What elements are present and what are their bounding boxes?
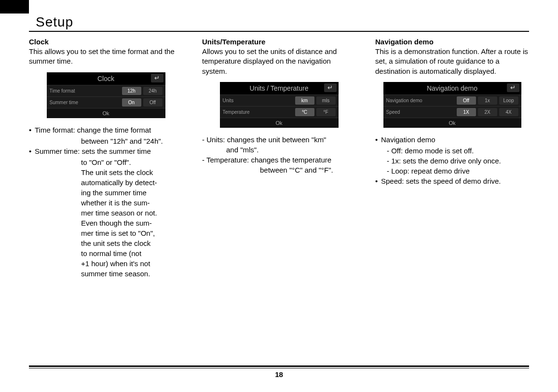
ss-opt-4x[interactable]: 4X [499, 108, 518, 116]
ss-row-nav-demo: Navigation demo Off 1x Loop [383, 95, 521, 106]
back-icon[interactable]: ↵ [507, 83, 519, 92]
col-nav-demo: Navigation demo This is a demonstration … [375, 38, 529, 279]
st-line: Even though the sum- [29, 218, 183, 228]
heading-nav-demo: Navigation demo [375, 38, 529, 46]
ss-opt-on[interactable]: On [122, 98, 141, 107]
back-icon[interactable]: ↵ [324, 83, 337, 92]
footer-rule-thick [29, 365, 529, 367]
ss-title: Clock [97, 75, 114, 82]
content-columns: Clock This allows you to set the time fo… [29, 38, 529, 279]
desc-clock: This allows you to set the time format a… [29, 47, 183, 67]
sub-loop: - Loop: repeat demo drive [375, 166, 529, 176]
heading-clock: Clock [29, 38, 183, 46]
dash-temp-cont: between "°C" and "°F". [202, 165, 356, 175]
ss-row-speed: Speed 1X 2X 4X [383, 106, 521, 118]
ss-opt-24h[interactable]: 24h [143, 87, 163, 95]
dash-temp: - Temperature: changes the temperature [202, 155, 356, 165]
sub-off: - Off: demo mode is set off. [375, 146, 529, 156]
bullet-nav-demo: Navigation demo [375, 135, 529, 145]
ss-opt-off[interactable]: Off [457, 96, 476, 105]
ss-opt-2x[interactable]: 2X [478, 108, 497, 116]
ss-opt-12h[interactable]: 12h [122, 87, 141, 95]
st-line: whether it is the sum- [29, 198, 183, 208]
bullet-speed: Speed: sets the speed of demo drive. [375, 176, 529, 186]
ss-opt-c[interactable]: °C [295, 108, 314, 116]
desc-units: Allows you to set the units of distance … [202, 47, 356, 76]
col-units: Units/Temperature Allows you to set the … [202, 38, 356, 279]
st-line: to normal time (not [29, 248, 183, 258]
dash-units: - Units: changes the unit between "km" [202, 135, 356, 145]
ss-ok-button[interactable]: Ok [220, 118, 339, 128]
bullets-clock: Time format: change the time format betw… [29, 125, 183, 279]
desc-nav-demo: This is a demonstration function. After … [375, 47, 529, 76]
bullets-nav-demo: Navigation demo - Off: demo mode is set … [375, 135, 529, 186]
col-clock: Clock This allows you to set the time fo… [29, 38, 183, 279]
screenshot-units: Units / Temperature ↵ Units km mls Tempe… [219, 81, 340, 129]
screenshot-clock: Clock ↵ Time format 12h 24h Summer time … [46, 71, 166, 119]
ss-ok-button[interactable]: Ok [383, 118, 521, 128]
bullet-summer-time: Summer time: sets the summer time [29, 146, 183, 156]
ss-title: Units / Temperature [250, 84, 309, 92]
ss-label: Temperature [223, 109, 293, 115]
ss-opt-km[interactable]: km [295, 96, 314, 105]
st-line: automatically by detect- [29, 177, 183, 188]
ss-row-time-format: Time format 12h 24h [47, 85, 165, 96]
bullet-time-format-cont: between "12h" and "24h". [29, 136, 183, 146]
st-line: the unit sets the clock [29, 238, 183, 248]
bullet-time-format: Time format: change the time format [29, 125, 183, 135]
dash-units-cont: and "mls". [202, 145, 356, 155]
st-line: to "On" or "Off". [29, 157, 183, 167]
ss-header: Clock ↵ [47, 72, 165, 85]
sub-1x: - 1x: sets the demo drive only once. [375, 156, 529, 166]
ss-label: Units [223, 98, 293, 103]
st-line: summer time season. [29, 269, 183, 279]
page-tab [0, 0, 29, 14]
ss-header: Navigation demo ↵ [383, 82, 521, 95]
ss-label: Summer time [50, 100, 120, 105]
ss-opt-1x[interactable]: 1x [478, 96, 497, 105]
ss-row-temp: Temperature °C °F [220, 106, 339, 118]
ss-header: Units / Temperature ↵ [220, 82, 339, 95]
page-title: Setup [36, 14, 529, 30]
ss-row-summer-time: Summer time On Off [47, 96, 165, 108]
ss-ok-button[interactable]: Ok [47, 108, 165, 118]
footer: 18 [29, 365, 529, 378]
heading-units: Units/Temperature [202, 38, 356, 46]
ss-label: Speed [386, 109, 455, 115]
st-line: mer time is set to "On", [29, 228, 183, 238]
footer-rule-thin [29, 368, 529, 368]
ss-opt-f[interactable]: °F [316, 108, 336, 116]
screenshot-nav-demo: Navigation demo ↵ Navigation demo Off 1x… [382, 81, 522, 129]
ss-opt-loop[interactable]: Loop [499, 96, 518, 105]
title-rule [29, 31, 529, 32]
ss-row-units: Units km mls [220, 95, 339, 106]
st-line: The unit sets the clock [29, 167, 183, 177]
back-icon[interactable]: ↵ [151, 74, 163, 82]
page-number: 18 [29, 370, 529, 378]
bullets-units: - Units: changes the unit between "km" a… [202, 135, 356, 175]
ss-label: Time format [50, 88, 120, 94]
ss-opt-1x[interactable]: 1X [457, 108, 476, 116]
st-line: ing the summer time [29, 188, 183, 198]
ss-opt-off[interactable]: Off [143, 98, 163, 107]
st-line: mer time season or not. [29, 208, 183, 218]
ss-title: Navigation demo [427, 84, 477, 92]
st-line: +1 hour) when it's not [29, 258, 183, 269]
ss-opt-mls[interactable]: mls [316, 96, 336, 105]
ss-label: Navigation demo [386, 98, 455, 103]
